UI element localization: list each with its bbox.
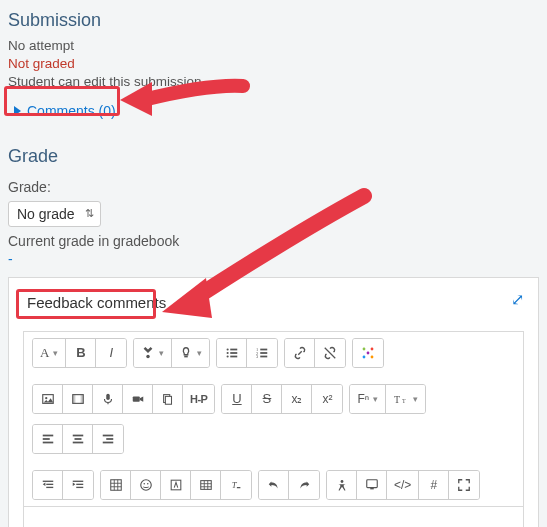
accessibility-button[interactable] (327, 471, 357, 499)
outdent-button[interactable] (33, 471, 63, 499)
svg-rect-9 (261, 348, 268, 350)
svg-rect-35 (72, 434, 83, 436)
link-button[interactable] (285, 339, 315, 367)
bold-button[interactable]: B (66, 339, 96, 367)
h5p-button[interactable]: H-P (183, 385, 214, 413)
svg-rect-25 (106, 393, 110, 399)
svg-text:3: 3 (256, 354, 259, 359)
undo-button[interactable] (259, 471, 289, 499)
svg-rect-38 (103, 434, 114, 436)
svg-rect-29 (165, 396, 171, 404)
submission-heading: Submission (8, 10, 539, 31)
svg-point-16 (371, 347, 374, 350)
paragraph-style-button[interactable]: A▾ (33, 339, 66, 367)
svg-text:T: T (232, 479, 238, 489)
svg-rect-13 (261, 355, 268, 357)
svg-rect-41 (42, 480, 53, 481)
svg-rect-65 (370, 487, 374, 489)
underline-button[interactable]: U (222, 385, 252, 413)
font-button[interactable]: Fⁿ▾ (350, 385, 386, 413)
svg-rect-39 (106, 438, 113, 440)
svg-rect-1 (185, 355, 189, 357)
table-button[interactable] (191, 471, 221, 499)
rich-text-editor: A▾ B I ▾ ▾ (23, 331, 524, 527)
svg-rect-47 (110, 479, 121, 490)
align-center-button[interactable] (63, 425, 93, 453)
align-right-button[interactable] (93, 425, 123, 453)
equation-button[interactable] (101, 471, 131, 499)
grade-section: Grade Grade: No grade ⇅ Current grade in… (8, 146, 539, 527)
feedback-panel: Feedback comments ⤢ A▾ B I ▾ (8, 277, 539, 527)
svg-rect-11 (261, 352, 268, 354)
editor-textarea[interactable] (24, 507, 523, 527)
svg-point-0 (147, 354, 151, 358)
italic-button[interactable]: I (96, 339, 126, 367)
svg-rect-24 (80, 394, 83, 403)
svg-rect-32 (42, 434, 53, 436)
status-edit-permission: Student can edit this submission (8, 73, 539, 91)
record-video-button[interactable] (123, 385, 153, 413)
special-char-button[interactable] (161, 471, 191, 499)
svg-rect-7 (230, 355, 237, 357)
superscript-button[interactable]: x² (312, 385, 342, 413)
align-left-button[interactable] (33, 425, 63, 453)
svg-rect-3 (230, 348, 237, 350)
font-size-button[interactable]: TT ▾ (386, 385, 425, 413)
media-button[interactable] (63, 385, 93, 413)
grade-select-value: No grade (17, 206, 75, 222)
ol-button[interactable]: 123 (247, 339, 277, 367)
fullscreen-button[interactable] (449, 471, 479, 499)
svg-point-15 (363, 347, 366, 350)
svg-rect-44 (73, 480, 84, 481)
svg-rect-27 (132, 396, 139, 401)
svg-point-4 (226, 352, 228, 354)
svg-rect-46 (76, 486, 83, 487)
svg-rect-37 (72, 441, 83, 443)
svg-rect-33 (42, 438, 49, 440)
indent-button[interactable] (63, 471, 93, 499)
hash-button[interactable]: # (419, 471, 449, 499)
svg-rect-5 (230, 352, 237, 354)
svg-point-63 (340, 480, 343, 483)
highlight-button[interactable]: ▾ (172, 339, 209, 367)
unlink-button[interactable] (315, 339, 345, 367)
expand-icon[interactable]: ⤢ (511, 292, 524, 308)
svg-point-54 (146, 483, 148, 485)
svg-text:T: T (402, 398, 406, 404)
screenreader-button[interactable] (357, 471, 387, 499)
svg-point-52 (140, 479, 151, 490)
svg-rect-56 (200, 480, 211, 489)
svg-line-14 (325, 347, 336, 358)
svg-point-18 (371, 355, 374, 358)
toolbar-toggle-button[interactable] (353, 339, 383, 367)
grade-select[interactable]: No grade ⇅ (8, 201, 101, 227)
subscript-button[interactable]: x₂ (282, 385, 312, 413)
record-audio-button[interactable] (93, 385, 123, 413)
grade-label: Grade: (8, 179, 539, 195)
manage-files-button[interactable] (153, 385, 183, 413)
emoji-button[interactable] (131, 471, 161, 499)
svg-rect-64 (366, 479, 377, 487)
editor-toolbar: A▾ B I ▾ ▾ (24, 332, 523, 507)
svg-rect-40 (103, 441, 114, 443)
status-not-graded: Not graded (8, 55, 539, 73)
image-button[interactable] (33, 385, 63, 413)
caret-icon: ⇅ (85, 208, 94, 219)
status-attempt: No attempt (8, 37, 539, 55)
clear-format-button[interactable]: T (221, 471, 251, 499)
comments-toggle[interactable]: Comments (0) (8, 100, 122, 122)
feedback-title: Feedback comments (23, 292, 170, 313)
strikethrough-button[interactable]: S (252, 385, 282, 413)
chevron-right-icon (14, 106, 21, 116)
ul-button[interactable] (217, 339, 247, 367)
svg-rect-43 (46, 486, 53, 487)
comments-link-label: Comments (0) (27, 103, 116, 119)
svg-rect-45 (76, 483, 83, 484)
submission-section: Submission No attempt Not graded Student… (8, 10, 539, 122)
current-grade-hint: Current grade in gradebook (8, 233, 539, 249)
text-color-button[interactable]: ▾ (134, 339, 172, 367)
html-button[interactable]: </> (387, 471, 419, 499)
redo-button[interactable] (289, 471, 319, 499)
svg-rect-34 (42, 441, 53, 443)
svg-point-21 (45, 397, 47, 399)
